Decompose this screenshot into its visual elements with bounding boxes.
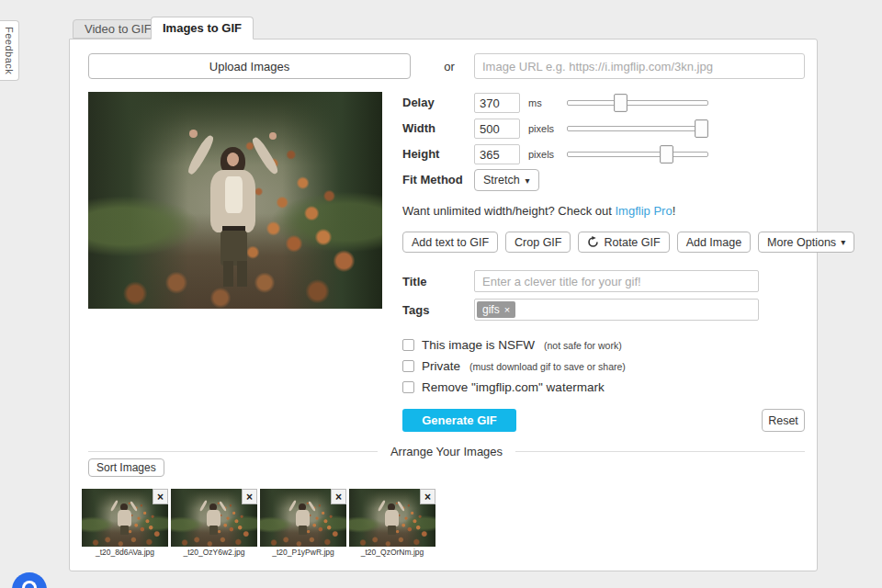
figure-body [118, 510, 131, 526]
slider-thumb[interactable] [695, 119, 708, 138]
figure-arm [308, 501, 316, 512]
chevron-down-icon: ▾ [526, 175, 530, 186]
chat-widget-button[interactable] [12, 572, 47, 588]
figure-pants [209, 526, 217, 535]
nsfw-label: This image is NSFW [422, 338, 535, 352]
fit-method-label: Fit Method [402, 173, 463, 187]
thumbnail-filename: _t20_QzOrNm.jpg [349, 548, 435, 557]
arrange-images-divider: Arrange Your Images [88, 444, 805, 458]
figure-arm [110, 500, 119, 512]
remove-image-icon[interactable]: × [331, 489, 346, 504]
thumbnail-filename: _t20_P1yPwR.jpg [260, 548, 346, 557]
slider-thumb[interactable] [614, 94, 628, 112]
image-url-input[interactable] [474, 53, 805, 79]
figure-body [296, 510, 310, 526]
generate-gif-button[interactable]: Generate GIF [402, 409, 516, 432]
height-slider[interactable] [567, 144, 708, 164]
figure-arm [130, 501, 138, 512]
figure-body [207, 510, 220, 526]
chat-icon [22, 581, 37, 588]
add-text-to-gif-button[interactable]: Add text to GIF [402, 232, 498, 253]
reset-button[interactable]: Reset [762, 409, 805, 432]
crop-gif-button[interactable]: Crop GIF [505, 232, 571, 253]
figure-arm [186, 133, 216, 175]
width-label: Width [402, 121, 435, 135]
feedback-tab[interactable]: Feedback [0, 20, 19, 81]
figure-pants [120, 526, 128, 535]
title-input[interactable] [474, 270, 759, 292]
tab-video-to-gif[interactable]: Video to GIF [73, 19, 164, 39]
rotate-gif-label: Rotate GIF [604, 236, 660, 249]
figure-arm [397, 501, 405, 512]
image-thumbnail[interactable]: × [260, 489, 346, 547]
private-label: Private [422, 359, 460, 373]
page-background: Feedback Video to GIF Images to GIF Uplo… [0, 0, 882, 588]
figure-body [385, 510, 399, 526]
tags-input[interactable]: gifs × [474, 299, 759, 321]
remove-image-icon[interactable]: × [420, 489, 435, 504]
rotate-gif-button[interactable]: Rotate GIF [578, 232, 669, 253]
height-label: Height [402, 147, 439, 161]
height-unit: pixels [528, 149, 554, 160]
imgflip-pro-link[interactable]: Imgflip Pro [615, 204, 672, 218]
delay-label: Delay [402, 96, 435, 109]
arrange-images-heading: Arrange Your Images [390, 445, 503, 458]
sort-images-button[interactable]: Sort Images [88, 458, 164, 477]
chevron-down-icon: ▾ [841, 237, 845, 247]
image-thumbnail[interactable]: × [349, 489, 435, 547]
fit-method-select[interactable]: Stretch ▾ [474, 169, 539, 191]
title-label: Title [402, 275, 427, 288]
remove-image-icon[interactable]: × [242, 489, 257, 504]
more-options-button[interactable]: More Options ▾ [758, 232, 854, 253]
figure-shirt [225, 176, 243, 213]
figure-pants [299, 526, 306, 535]
or-label: or [431, 60, 468, 74]
more-options-label: More Options [767, 236, 836, 249]
rotate-icon [587, 236, 599, 248]
thumbnail-filename: _t20_OzY6w2.jpg [171, 548, 257, 557]
remove-image-icon[interactable]: × [153, 489, 168, 504]
watermark-checkbox-row: Remove "imgflip.com" watermark [402, 380, 605, 394]
divider-line [88, 451, 378, 452]
slider-thumb[interactable] [660, 145, 673, 164]
watermark-checkbox[interactable] [402, 381, 414, 393]
pro-note-suffix: ! [673, 204, 676, 218]
image-thumbnail[interactable]: × [82, 489, 168, 547]
height-input[interactable] [474, 144, 520, 164]
figure-hand [269, 132, 277, 140]
width-unit: pixels [528, 123, 554, 134]
slider-track [567, 152, 708, 157]
delay-input[interactable] [474, 93, 520, 113]
gif-maker-panel: Upload Images or Delay ms Width pi [69, 39, 818, 571]
figure-pants [388, 526, 395, 535]
width-input[interactable] [474, 119, 520, 139]
nsfw-checkbox[interactable] [402, 339, 414, 351]
image-thumbnail[interactable]: × [171, 489, 257, 547]
tag-chip-label: gifs [482, 303, 500, 316]
tab-images-to-gif[interactable]: Images to GIF [151, 17, 254, 40]
width-slider[interactable] [567, 119, 708, 139]
figure-arm [199, 500, 208, 512]
tag-remove-icon[interactable]: × [504, 304, 510, 315]
gif-preview-image [88, 92, 382, 309]
private-note: (must download gif to save or share) [469, 361, 626, 372]
private-checkbox[interactable] [402, 360, 414, 372]
private-checkbox-row: Private (must download gif to save or sh… [402, 359, 626, 373]
figure-arm [378, 500, 386, 512]
nsfw-note: (not safe for work) [544, 340, 622, 351]
tags-label: Tags [402, 303, 429, 317]
figure-hand [189, 130, 197, 137]
divider-line [515, 451, 805, 452]
figure-leg [223, 261, 234, 287]
delay-slider[interactable] [567, 93, 708, 113]
upload-images-button[interactable]: Upload Images [88, 53, 411, 79]
figure-arm [219, 501, 227, 512]
slider-track [567, 126, 708, 131]
add-image-button[interactable]: Add Image [677, 232, 751, 253]
figure-arm [288, 500, 297, 512]
gif-action-toolbar: Add text to GIF Crop GIF Rotate GIF Add … [402, 232, 854, 253]
figure-leg [237, 261, 248, 287]
figure-arm [250, 136, 280, 176]
delay-unit: ms [528, 97, 542, 108]
pro-upsell-note: Want unlimited width/height? Check out I… [402, 204, 675, 218]
